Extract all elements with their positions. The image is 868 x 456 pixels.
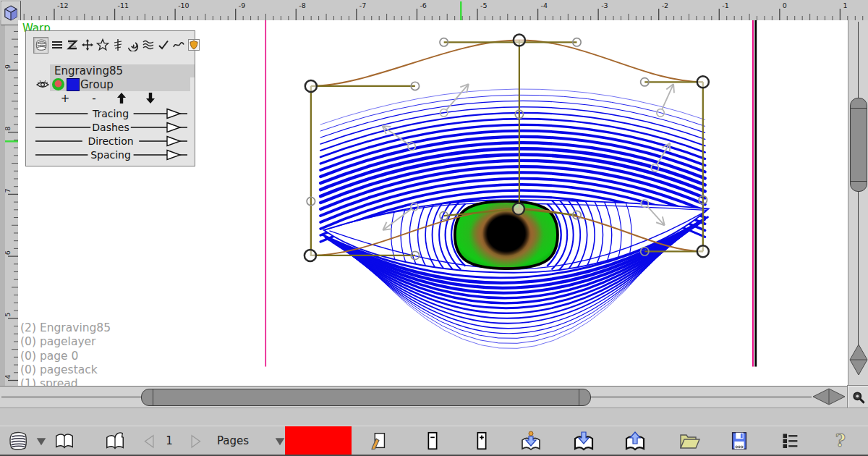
book-button[interactable]: [52, 428, 77, 453]
vertical-pan-diamond[interactable]: [848, 344, 868, 376]
svg-text:?: ?: [835, 430, 846, 451]
engraving-icon[interactable]: [33, 37, 48, 54]
visibility-eye-icon[interactable]: [36, 79, 49, 90]
import-resource-button[interactable]: [519, 428, 543, 453]
check-icon[interactable]: [156, 38, 170, 53]
layers-list: (2) Engraving85(0) pagelayer(0) page 0(0…: [20, 321, 111, 386]
svg-text:9: 9: [5, 64, 12, 69]
svg-text:-10: -10: [178, 1, 190, 9]
slider-direction[interactable]: Direction: [35, 134, 187, 148]
slider-spacing[interactable]: Spacing: [35, 148, 187, 161]
top-ruler: -12-11-10-9-8-7-6-5-4-3-2-101: [0, 0, 868, 21]
color-swatch[interactable]: [285, 426, 352, 455]
vertical-scroll-thumb[interactable]: [850, 98, 867, 192]
layer-list-item: (1) spread: [20, 377, 111, 386]
slider-dashes[interactable]: Dashes: [35, 120, 187, 134]
bottom-toolbar: 1 Pages ?: [0, 426, 868, 455]
panel-sliders: TracingDashesDirectionSpacing: [35, 106, 187, 161]
svg-text:5: 5: [5, 313, 12, 317]
layer-list-item: (2) Engraving85: [20, 321, 111, 335]
file-list-button[interactable]: [778, 428, 803, 453]
object-color-dot[interactable]: [52, 78, 64, 90]
svg-text:-4: -4: [541, 1, 548, 9]
left-ruler: 987654: [5, 20, 19, 386]
save-file-button[interactable]: [727, 428, 752, 453]
zoom-button[interactable]: [848, 386, 868, 409]
object-color-swatch[interactable]: [67, 78, 80, 91]
svg-text:0: 0: [783, 1, 787, 9]
page-add-button[interactable]: [469, 428, 494, 453]
layer-list-item: (0) page 0: [20, 350, 111, 363]
help-button[interactable]: ?: [828, 428, 853, 453]
move-up-button[interactable]: [116, 92, 133, 104]
svg-text:-6: -6: [420, 1, 426, 9]
svg-text:-8: -8: [299, 1, 305, 9]
svg-text:-3: -3: [601, 1, 608, 9]
pages-label: Pages: [217, 426, 249, 455]
engraver-tool-button[interactable]: [6, 428, 30, 453]
page-edit-button[interactable]: [366, 428, 391, 453]
svg-text:8: 8: [5, 127, 12, 131]
svg-text:-9: -9: [239, 1, 245, 9]
pages-dropdown-button[interactable]: [268, 428, 292, 453]
top-ruler-scale: -12-11-10-9-8-7-6-5-4-3-2-101: [0, 0, 868, 20]
svg-text:-2: -2: [662, 1, 668, 9]
svg-text:-5: -5: [480, 1, 487, 9]
star-icon[interactable]: [95, 38, 109, 53]
svg-text:6: 6: [5, 250, 12, 255]
shield-icon[interactable]: [187, 38, 200, 53]
application-window: -12-11-10-9-8-7-6-5-4-3-2-101 987654 War…: [0, 0, 868, 456]
vertical-scrollbar[interactable]: [848, 20, 868, 386]
panel-tool-icons: [33, 36, 200, 54]
svg-text:Tracing: Tracing: [92, 108, 129, 119]
swirl-icon[interactable]: [126, 38, 140, 53]
status-strip: [0, 408, 868, 426]
panel-button-0[interactable]: +: [56, 92, 74, 105]
tool-dropdown-button[interactable]: [29, 428, 54, 453]
page-remove-button[interactable]: [420, 428, 445, 453]
svg-text:-7: -7: [359, 1, 366, 9]
magnifier-icon: [851, 389, 867, 405]
layer-list-item: (0) pagelayer: [20, 335, 111, 349]
panel-buttons: +-: [26, 92, 195, 105]
horizontal-scroll-thumb[interactable]: [141, 389, 591, 406]
panel-title[interactable]: Engraving85: [50, 64, 195, 77]
svg-text:-11: -11: [118, 1, 129, 9]
left-ruler-scale: 987654: [5, 20, 18, 386]
svg-text:-1: -1: [722, 1, 728, 9]
panel-button-1[interactable]: -: [85, 92, 103, 105]
layer-list-item: (0) pagestack: [20, 363, 111, 377]
svg-text:Spacing: Spacing: [90, 149, 131, 161]
waves-icon[interactable]: [141, 38, 155, 53]
horizontal-pan-diamond[interactable]: [812, 387, 846, 408]
wave-icon[interactable]: [171, 38, 185, 53]
parallel-lines-icon[interactable]: [50, 38, 64, 53]
hatch-z-icon[interactable]: [65, 38, 79, 53]
book-bookmark-button[interactable]: [103, 428, 127, 453]
move-down-button[interactable]: [145, 92, 162, 104]
horizontal-scrollbar[interactable]: [0, 386, 848, 408]
svg-text:4: 4: [5, 374, 12, 379]
next-page-button[interactable]: [183, 428, 208, 453]
move-cross-icon[interactable]: [80, 38, 94, 53]
import-document-button[interactable]: [571, 428, 596, 453]
object-label: Group: [80, 78, 114, 91]
engraving-panel[interactable]: Engraving85 Group +- TracingDashesDirect…: [25, 30, 195, 166]
svg-text:-12: -12: [57, 1, 69, 9]
needle-icon[interactable]: [111, 38, 124, 53]
svg-text:Direction: Direction: [88, 135, 133, 147]
svg-text:7: 7: [5, 188, 12, 193]
export-document-button[interactable]: [623, 428, 647, 453]
slider-tracing[interactable]: Tracing: [35, 106, 187, 120]
prev-page-button[interactable]: [137, 428, 162, 453]
open-file-button[interactable]: [677, 428, 702, 453]
page-number: 1: [162, 426, 176, 455]
svg-text:Dashes: Dashes: [92, 122, 129, 133]
canvas[interactable]: Warp Engraving85 Group +- TracingDashesD…: [18, 20, 848, 386]
svg-text:1: 1: [843, 1, 847, 9]
